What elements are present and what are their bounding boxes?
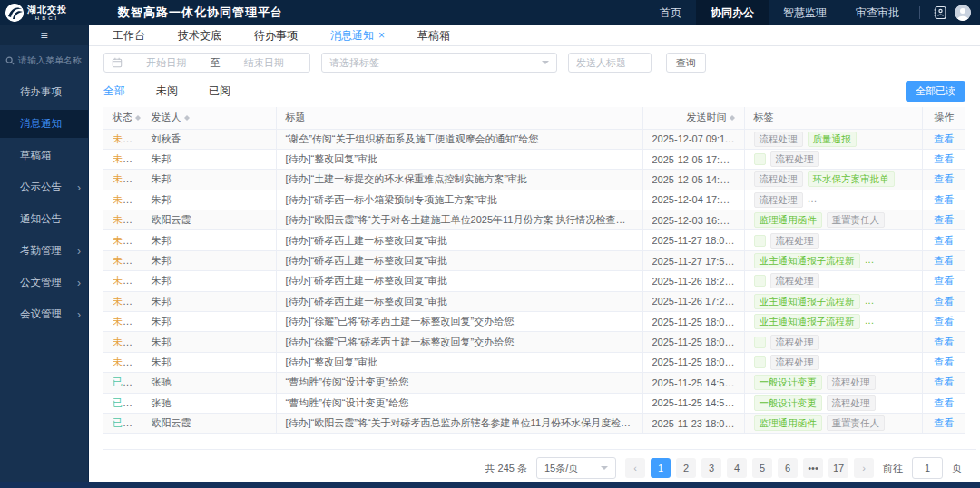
page-button[interactable]: 3 bbox=[701, 458, 721, 478]
column-header[interactable]: 发送人 bbox=[142, 107, 276, 129]
sort-icons[interactable] bbox=[730, 112, 735, 123]
sidebar: ≡ 请输入菜单名称 待办事项消息通知草稿箱公示公告›通知公告考勤管理›公文管理›… bbox=[0, 25, 88, 488]
sort-icons[interactable] bbox=[135, 112, 141, 123]
column-header[interactable]: 状态 bbox=[103, 107, 142, 129]
mark-all-read-button[interactable]: 全部已读 bbox=[906, 81, 965, 102]
sidebar-item[interactable]: 公文管理› bbox=[0, 268, 88, 297]
view-link[interactable]: 查看 bbox=[934, 275, 954, 286]
table-row: 未阅朱邦[待办]“徐耀”已将“硚孝西土建一标整改回复”交办给您2025-11-2… bbox=[103, 312, 965, 332]
tag bbox=[754, 356, 766, 368]
topnav-item[interactable]: 协同办公 bbox=[696, 0, 769, 25]
time-cell: 2025-12-07 09:11:49 bbox=[642, 129, 744, 149]
tag: 流程处理 bbox=[754, 171, 803, 187]
page-button[interactable]: 2 bbox=[676, 458, 696, 478]
date-range-picker[interactable]: 开始日期 至 结束日期 bbox=[103, 53, 310, 73]
view-link[interactable]: 查看 bbox=[934, 235, 954, 246]
column-header[interactable]: 发送时间 bbox=[642, 107, 744, 129]
sidebar-item[interactable]: 公示公告› bbox=[0, 173, 88, 201]
status-badge: 已阅 bbox=[113, 397, 132, 408]
sort-desc-icon[interactable] bbox=[135, 118, 141, 123]
tag: 流程处理 bbox=[770, 151, 819, 167]
total-count: 共 245 条 bbox=[485, 462, 527, 475]
view-link[interactable]: 查看 bbox=[934, 356, 954, 367]
close-icon[interactable]: × bbox=[378, 30, 385, 41]
status-badge: 未阅 bbox=[113, 173, 132, 184]
status-badge: 已阅 bbox=[113, 417, 132, 428]
view-link[interactable]: 查看 bbox=[934, 316, 954, 327]
view-link[interactable]: 查看 bbox=[934, 417, 954, 428]
page-button[interactable]: 1 bbox=[651, 458, 671, 478]
tag: 一般设计变更 bbox=[754, 375, 822, 390]
page-button[interactable]: 4 bbox=[727, 458, 747, 478]
tab-label: 草稿箱 bbox=[417, 28, 450, 44]
view-link[interactable]: 查看 bbox=[934, 194, 954, 205]
sidebar-item[interactable]: 会议管理› bbox=[0, 300, 88, 328]
status-badge: 未阅 bbox=[113, 235, 132, 246]
sidebar-item[interactable]: 通知公告 bbox=[0, 205, 88, 233]
sidebar-menu: 待办事项消息通知草稿箱公示公告›通知公告考勤管理›公文管理›会议管理› bbox=[0, 78, 88, 332]
menu-search-placeholder: 请输入菜单名称 bbox=[18, 54, 82, 67]
tag-select[interactable]: 请选择标签 bbox=[321, 53, 557, 73]
prev-page-button[interactable]: ‹ bbox=[625, 458, 645, 478]
title-cell: [待办]“整改回复”审批 bbox=[276, 149, 642, 169]
time-cell: 2025-11-25 18:08:22 bbox=[642, 312, 744, 332]
sort-desc-icon[interactable] bbox=[730, 118, 735, 123]
sidebar-item[interactable]: 考勤管理› bbox=[0, 237, 88, 265]
end-date-placeholder: 结束日期 bbox=[226, 56, 303, 70]
title-cell: [待办]“硚孝西土建一标整改回复”审批 bbox=[276, 291, 642, 311]
topnav-item[interactable]: 首页 bbox=[645, 0, 696, 25]
time-cell: 2025-11-26 17:23:43 bbox=[642, 291, 744, 311]
tab[interactable]: 待办事项 bbox=[238, 25, 314, 45]
page-button[interactable]: 5 bbox=[752, 458, 772, 478]
keyword-input[interactable] bbox=[568, 53, 652, 73]
sort-icons[interactable] bbox=[184, 112, 190, 123]
tags-cell: 流程处理 bbox=[744, 149, 922, 169]
sidebar-item[interactable]: 消息通知 bbox=[0, 110, 88, 138]
sidebar-item[interactable]: 草稿箱 bbox=[0, 142, 88, 170]
view-tab[interactable]: 已阅 bbox=[209, 83, 230, 99]
chevron-down-icon bbox=[542, 61, 549, 68]
query-button[interactable]: 查询 bbox=[666, 53, 706, 73]
sender-cell: 朱邦 bbox=[142, 332, 276, 352]
tag: 流程处理 bbox=[770, 273, 819, 288]
table-row: 已阅张驰“曹均胜”传阅“设计变更”给您2025-11-25 14:53:18一般… bbox=[103, 393, 965, 413]
tab[interactable]: 消息通知× bbox=[314, 25, 401, 45]
tag: 业主通知通报子流程新 bbox=[754, 314, 860, 329]
view-tab[interactable]: 未阅 bbox=[156, 83, 178, 99]
tag: 流程处理 bbox=[770, 355, 819, 370]
tags-cell: 一般设计变更流程处理 bbox=[744, 373, 922, 393]
topnav-item[interactable]: 审查审批 bbox=[841, 0, 914, 25]
tags-cell: 流程处理 bbox=[744, 352, 922, 372]
tab[interactable]: 技术交底 bbox=[162, 25, 238, 45]
collapse-menu-icon[interactable]: ≡ bbox=[0, 25, 88, 45]
title-cell: [待办]“土建一标提交的环水保重难点控制实施方案”审批 bbox=[276, 170, 642, 190]
page-size-select[interactable]: 15条/页 bbox=[536, 457, 616, 479]
view-link[interactable]: 查看 bbox=[934, 214, 954, 225]
sidebar-item-label: 通知公告 bbox=[20, 212, 62, 226]
view-link[interactable]: 查看 bbox=[934, 133, 954, 144]
more-pages-button[interactable]: ••• bbox=[803, 458, 823, 478]
menu-search-input[interactable]: 请输入菜单名称 bbox=[0, 45, 88, 74]
user-avatar[interactable] bbox=[955, 5, 971, 21]
page-button[interactable]: 17 bbox=[828, 458, 848, 478]
view-link[interactable]: 查看 bbox=[934, 376, 954, 387]
tab[interactable]: 草稿箱 bbox=[401, 25, 466, 45]
view-link[interactable]: 查看 bbox=[934, 255, 954, 266]
view-link[interactable]: 查看 bbox=[934, 337, 954, 347]
view-link[interactable]: 查看 bbox=[934, 397, 954, 408]
goto-page-input[interactable] bbox=[912, 457, 943, 479]
tab[interactable]: 工作台 bbox=[96, 25, 162, 45]
page-button[interactable]: 6 bbox=[778, 458, 798, 478]
tags-cell: 流程处理 bbox=[744, 332, 922, 352]
view-filter-bar: 全部未阅已阅 全部已读 bbox=[89, 78, 980, 107]
address-book-icon[interactable] bbox=[931, 4, 949, 22]
view-link[interactable]: 查看 bbox=[934, 296, 954, 307]
view-tab[interactable]: 全部 bbox=[103, 83, 125, 99]
view-link[interactable]: 查看 bbox=[934, 173, 954, 184]
topnav-item[interactable]: 智慧监理 bbox=[769, 0, 841, 25]
sort-desc-icon[interactable] bbox=[184, 118, 190, 123]
next-page-button[interactable]: › bbox=[854, 458, 874, 478]
sidebar-item[interactable]: 待办事项 bbox=[0, 78, 88, 106]
view-link[interactable]: 查看 bbox=[934, 153, 954, 164]
tag-select-placeholder: 请选择标签 bbox=[329, 56, 379, 70]
